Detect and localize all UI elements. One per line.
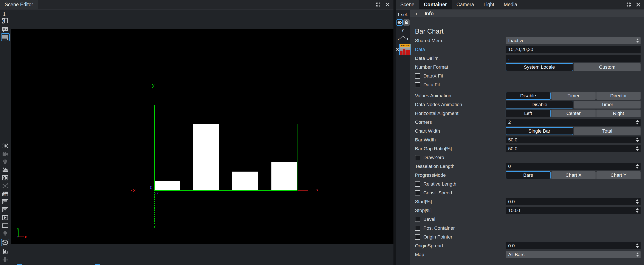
- node-radio-button[interactable]: [396, 48, 399, 51]
- values-animation-timer-button[interactable]: Timer: [552, 92, 596, 100]
- maximize-icon[interactable]: [626, 2, 632, 7]
- prop-label-data: Data: [415, 47, 506, 52]
- const-speed-checkbox[interactable]: [415, 190, 420, 196]
- data-fit-checkbox[interactable]: [415, 82, 420, 88]
- values-animation-disable-button[interactable]: Disable: [506, 92, 550, 100]
- timeline-marker-1[interactable]: [17, 264, 22, 265]
- bulb-icon[interactable]: [2, 231, 8, 236]
- number-format-custom-button[interactable]: Custom: [574, 63, 641, 71]
- spinner-arrows-icon[interactable]: [636, 242, 639, 249]
- visibility-toggle-button[interactable]: [396, 19, 403, 26]
- values-animation-director-button[interactable]: Director: [596, 92, 640, 100]
- corners-spinner[interactable]: 2: [506, 119, 640, 126]
- prop-label: Shared Mem.: [415, 38, 506, 44]
- number-format-system-locale-button[interactable]: System Locale: [506, 63, 573, 71]
- prop-row-horizontal-alignment: Horizontal Alignment Left Center Right: [415, 109, 640, 118]
- alignment-center-button[interactable]: Center: [552, 110, 596, 117]
- layout-panels-icon[interactable]: [2, 18, 8, 24]
- tesselation-length-spinner[interactable]: 0: [506, 163, 640, 170]
- bar-chart-tool-icon[interactable]: [2, 249, 8, 254]
- alignment-right-button[interactable]: Right: [596, 110, 640, 117]
- tab-scene[interactable]: Scene: [396, 0, 419, 9]
- play-panel-icon[interactable]: [2, 215, 8, 220]
- stop-pct-spinner[interactable]: 100.0: [506, 207, 640, 214]
- close-icon[interactable]: [385, 2, 390, 7]
- light-visibility-icon[interactable]: [2, 159, 8, 164]
- rectangle-icon[interactable]: [2, 223, 8, 228]
- draw-zero-checkbox[interactable]: [415, 155, 420, 160]
- selection-frame-tool[interactable]: [1, 239, 9, 246]
- chart-width-single-bar-button[interactable]: Single Bar: [506, 127, 573, 135]
- prop-row-number-format: Number Format System Locale Custom: [415, 63, 640, 72]
- axis-orientation-gizmo[interactable]: Y Z X: [397, 29, 409, 41]
- node-graph-icon[interactable]: [2, 183, 8, 188]
- spinner-arrows-icon[interactable]: [636, 136, 639, 143]
- start-pct-spinner[interactable]: 0.0: [506, 198, 640, 205]
- bar-chart-thumbnail[interactable]: Bar Chart: [399, 44, 411, 55]
- bar-gap-ratio-spinner[interactable]: 50.0: [506, 145, 640, 152]
- x-axis-negative-dashed: [144, 190, 153, 190]
- relative-length-checkbox[interactable]: [415, 182, 420, 187]
- prop-row-tesselation-length: Tesselation Length 0: [415, 162, 640, 171]
- alignment-left-button[interactable]: Left: [506, 110, 550, 117]
- origin-pointer-checkbox[interactable]: [415, 234, 420, 240]
- origin-spread-spinner[interactable]: 0.0: [506, 242, 640, 249]
- spinner-arrows-icon[interactable]: [636, 198, 639, 205]
- info-section-header[interactable]: › Info: [410, 10, 644, 17]
- lock-toggle-button[interactable]: [403, 19, 410, 26]
- viewport-3d[interactable]: y -y -x x z -z y: [11, 29, 394, 244]
- axis-label-neg-y: -y: [151, 224, 156, 228]
- contrast-icon[interactable]: [2, 175, 8, 180]
- tab-camera[interactable]: Camera: [452, 0, 479, 9]
- spinner-arrows-icon[interactable]: [636, 163, 639, 170]
- spinner-arrows-icon[interactable]: [636, 119, 639, 126]
- checkbox-label: Pos. Container: [424, 226, 455, 231]
- progress-mode-chart-y-button[interactable]: Chart Y: [596, 171, 640, 179]
- bar-width-spinner[interactable]: 50.0: [506, 136, 640, 143]
- bar-gap-ratio-value: 50.0: [508, 146, 518, 152]
- axis-label-y: y: [152, 83, 154, 88]
- prop-row-data-fit: Data Fit: [415, 80, 640, 89]
- data-nodes-animation-timer-button[interactable]: Timer: [574, 101, 641, 108]
- data-delim-input[interactable]: ,: [506, 55, 640, 62]
- camera-focus-icon[interactable]: [2, 143, 8, 148]
- bar-width-value: 50.0: [508, 137, 518, 143]
- camera-visibility-icon[interactable]: [2, 151, 8, 156]
- thumb-bar: [403, 49, 405, 55]
- close-icon[interactable]: [636, 2, 641, 7]
- spinner-arrows-icon[interactable]: [636, 145, 639, 152]
- progress-mode-chart-x-button[interactable]: Chart X: [552, 171, 596, 179]
- tab-container[interactable]: Container: [419, 0, 452, 9]
- tab-scene-editor[interactable]: Scene Editor: [0, 0, 38, 9]
- image-adjust-icon[interactable]: [2, 167, 8, 172]
- panel-mode-dropdown-icon[interactable]: [1, 33, 10, 41]
- timeline-marker-2[interactable]: [95, 264, 100, 265]
- datax-fit-checkbox[interactable]: [415, 74, 420, 78]
- tab-media[interactable]: Media: [499, 0, 522, 9]
- node-title: Bar Chart: [415, 27, 640, 36]
- data-nodes-animation-disable-button[interactable]: Disable: [506, 101, 573, 108]
- spinner-arrows-icon[interactable]: [636, 207, 639, 214]
- gizmo-label-z: z: [16, 235, 18, 239]
- add-panel-icon[interactable]: [2, 207, 8, 212]
- chart-bar-3: [232, 172, 258, 190]
- chart-width-total-button[interactable]: Total: [574, 127, 641, 135]
- text-panel-icon[interactable]: [2, 199, 8, 204]
- tab-light[interactable]: Light: [479, 0, 499, 9]
- scene-editor-window-buttons: [376, 0, 394, 9]
- tab-camera-label: Camera: [456, 2, 474, 8]
- shared-mem-dropdown[interactable]: Inactive: [506, 37, 640, 44]
- checkbox-label: Const. Speed: [424, 190, 452, 196]
- pos-container-checkbox[interactable]: [415, 226, 420, 231]
- hs-boxes-icon[interactable]: HS: [2, 191, 8, 196]
- y-axis-negative-dashed: [154, 192, 155, 224]
- info-tooltip-icon[interactable]: [2, 26, 8, 33]
- dropdown-arrows-icon: [636, 251, 639, 258]
- map-dropdown[interactable]: All Bars: [506, 251, 640, 258]
- grid-chip-icon[interactable]: [2, 257, 8, 262]
- panel-divider[interactable]: [394, 0, 396, 265]
- maximize-icon[interactable]: [376, 2, 381, 7]
- bevel-checkbox[interactable]: [415, 217, 420, 222]
- progress-mode-bars-button[interactable]: Bars: [506, 171, 550, 179]
- data-input[interactable]: 10,70,20,30: [506, 46, 640, 53]
